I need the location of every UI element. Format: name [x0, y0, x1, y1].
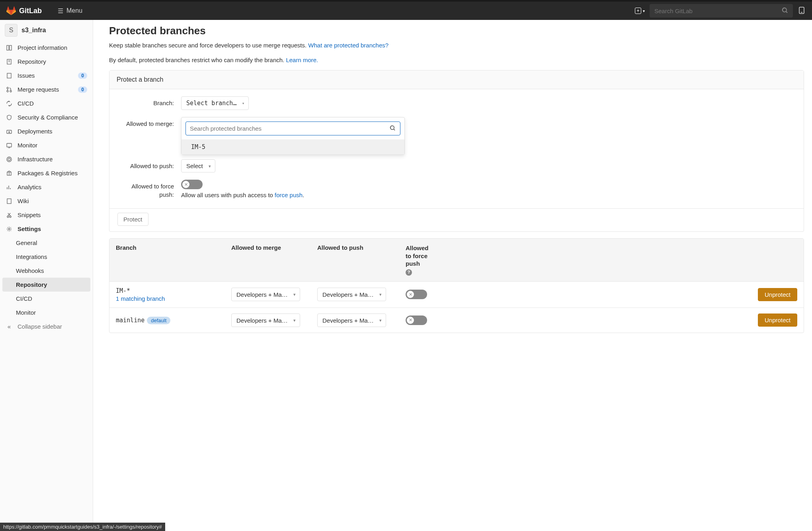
matching-link[interactable]: 1 matching branch: [116, 295, 219, 302]
help-icon[interactable]: ?: [406, 269, 412, 276]
th-merge: Allowed to merge: [225, 239, 311, 281]
collapse-sidebar[interactable]: « Collapse sidebar: [0, 319, 93, 333]
sidebar-item-wiki[interactable]: Wiki: [0, 194, 93, 208]
toggle-knob: ✕: [407, 291, 414, 298]
page-description-2: By default, protected branches restrict …: [109, 56, 804, 65]
deploy-icon: [6, 128, 13, 135]
toggle-knob: ✕: [407, 317, 414, 324]
package-icon: [6, 170, 13, 176]
new-dropdown[interactable]: + ▾: [635, 8, 645, 14]
svg-point-14: [8, 158, 10, 161]
sidebar-subitem-integrations[interactable]: Integrations: [0, 250, 93, 264]
project-avatar: S: [5, 24, 18, 37]
sidebar-item-monitor[interactable]: Monitor: [0, 138, 93, 152]
sidebar-subitem-general[interactable]: General: [0, 236, 93, 250]
sidebar-item-settings[interactable]: Settings: [0, 222, 93, 236]
merge-select[interactable]: Developers + Ma…▾: [231, 288, 300, 302]
toggle-knob: ✕: [182, 181, 189, 188]
infra-icon: [6, 156, 13, 163]
learn-more-link[interactable]: Learn more.: [286, 57, 318, 63]
force-push-label: Allowed to force push:: [117, 180, 181, 199]
force-push-toggle[interactable]: ✕: [181, 180, 203, 189]
push-select[interactable]: Developers + Ma…▾: [317, 288, 386, 302]
collapse-icon: «: [6, 323, 13, 330]
sidebar-item-infrastructure[interactable]: Infrastructure: [0, 152, 93, 166]
protect-branch-panel: Protect a branch Branch: Select branch…▾…: [109, 70, 804, 232]
search-box[interactable]: [650, 4, 793, 18]
merge-label: Allowed to merge:: [117, 117, 181, 128]
search-branches-input[interactable]: [185, 121, 400, 135]
sidebar-subitem-webhooks[interactable]: Webhooks: [0, 264, 93, 278]
search-icon: [390, 125, 396, 132]
svg-rect-2: [7, 45, 9, 50]
page-description-1: Keep stable branches secure and force de…: [109, 41, 804, 50]
sidebar-subitem-repository[interactable]: Repository: [2, 278, 90, 292]
unprotect-button[interactable]: Unprotect: [758, 288, 797, 301]
cicd-icon: [6, 100, 13, 107]
info-icon: [6, 45, 13, 51]
sidebar-item-deployments[interactable]: Deployments: [0, 124, 93, 138]
chevron-down-icon: ▾: [209, 163, 211, 169]
project-header[interactable]: S s3_infra: [0, 20, 93, 41]
gitlab-logo[interactable]: GitLab: [6, 6, 42, 16]
plus-icon: +: [635, 8, 641, 14]
gitlab-icon: [6, 6, 16, 16]
force-push-link[interactable]: force push: [275, 192, 303, 198]
panel-header: Protect a branch: [109, 71, 804, 89]
branch-select[interactable]: Select branch…▾: [181, 96, 249, 110]
th-push: Allowed to push: [311, 239, 399, 281]
sidebar-item-snippets[interactable]: Snippets: [0, 208, 93, 222]
snippets-icon: [6, 212, 13, 218]
protected-branches-table: Branch Allowed to merge Allowed to push …: [109, 238, 804, 333]
branch-name: IM-*: [116, 287, 130, 294]
sidebar-item-analytics[interactable]: Analytics: [0, 180, 93, 194]
sidebar-item-repository[interactable]: Repository: [0, 55, 93, 69]
table-row: mainlinedefaultDevelopers + Ma…▾Develope…: [109, 308, 804, 333]
mr-icon: [6, 86, 13, 93]
main-content: Protected branches Keep stable branches …: [93, 20, 812, 531]
docs-icon[interactable]: [798, 6, 806, 16]
sidebar-item-merge-requests[interactable]: Merge requests0: [0, 82, 93, 96]
chevron-down-icon: ▾: [379, 292, 382, 297]
svg-point-15: [7, 157, 12, 162]
sidebar-subitem-monitor[interactable]: Monitor: [0, 306, 93, 319]
merge-select[interactable]: Developers + Ma…▾: [231, 314, 300, 327]
sidebar-item-project-information[interactable]: Project information: [0, 41, 93, 55]
monitor-icon: [6, 142, 13, 149]
menu-button[interactable]: ☰ Menu: [58, 7, 82, 15]
push-select[interactable]: Developers + Ma…▾: [317, 314, 386, 327]
project-name: s3_infra: [21, 27, 46, 34]
sidebar-item-packages-registries[interactable]: Packages & Registries: [0, 166, 93, 180]
wiki-icon: [6, 198, 13, 204]
settings-icon: [6, 226, 13, 232]
protected-branches-link[interactable]: What are protected branches?: [308, 42, 388, 49]
chevron-down-icon: ▾: [643, 9, 645, 13]
sidebar-item-security-compliance[interactable]: Security & Compliance: [0, 110, 93, 124]
top-navbar: GitLab ☰ Menu + ▾: [0, 0, 812, 20]
push-select[interactable]: Select▾: [181, 159, 215, 172]
branch-option[interactable]: IM-5: [182, 139, 404, 155]
search-input[interactable]: [654, 8, 782, 14]
table-header: Branch Allowed to merge Allowed to push …: [109, 239, 804, 282]
branch-dropdown-panel: IM-5: [181, 117, 405, 155]
push-label: Allowed to push:: [117, 159, 181, 170]
brand-text: GitLab: [19, 7, 42, 15]
svg-point-10: [10, 90, 12, 92]
branch-name: mainline: [116, 317, 144, 324]
svg-rect-3: [10, 45, 12, 50]
sidebar-subitem-ci-cd[interactable]: CI/CD: [0, 292, 93, 306]
search-icon: [782, 7, 788, 15]
svg-rect-20: [7, 199, 11, 204]
unprotect-button[interactable]: Unprotect: [758, 314, 797, 327]
chevron-down-icon: ▾: [293, 317, 296, 323]
protect-button[interactable]: Protect: [117, 213, 148, 226]
status-bar-url: https://gitlab.com/pmmquickstartguides/s…: [0, 523, 165, 531]
repo-icon: [6, 59, 13, 65]
force-push-toggle[interactable]: ✕: [406, 290, 427, 299]
force-push-toggle[interactable]: ✕: [406, 315, 427, 325]
svg-rect-12: [7, 143, 12, 147]
sidebar-item-issues[interactable]: Issues0: [0, 69, 93, 82]
sidebar: S s3_infra Project informationRepository…: [0, 20, 93, 531]
badge: 0: [78, 86, 87, 93]
sidebar-item-ci-cd[interactable]: CI/CD: [0, 96, 93, 110]
